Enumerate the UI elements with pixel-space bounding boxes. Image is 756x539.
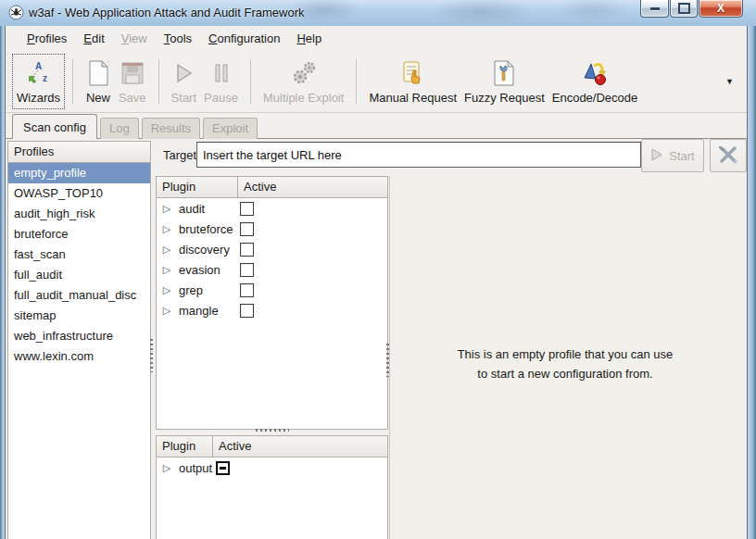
toolbar-separator	[356, 59, 357, 104]
active-header-label: Active	[244, 177, 276, 197]
wizards-label: Wizards	[17, 91, 60, 105]
column-divider[interactable]	[212, 436, 213, 457]
profile-description-panel: This is an empty profile that you can us…	[389, 176, 740, 539]
plugin-row-mangle[interactable]: ▷ mangle	[157, 300, 387, 320]
start-play-icon	[171, 58, 195, 88]
column-divider[interactable]	[237, 177, 238, 197]
output-tree-panel: Plugin Active ▷ output	[156, 435, 388, 539]
toolbar-separator	[158, 59, 159, 104]
profiles-panel: Profiles empty_profile OWASP_TOP10 audit…	[7, 141, 151, 539]
profile-row-audit-high-risk[interactable]: audit_high_risk	[8, 204, 150, 224]
profiles-paned-handle[interactable]	[150, 339, 153, 372]
expander-triangle-icon[interactable]: ▷	[161, 264, 172, 275]
wizards-button[interactable]: A z Wizards	[13, 55, 64, 108]
grep-active-checkbox[interactable]	[240, 283, 254, 297]
pause-button: Pause	[200, 55, 242, 108]
profile-row-full-audit-manual-disc[interactable]: full_audit_manual_disc	[8, 285, 150, 306]
manual-request-button[interactable]: Manual Request	[365, 55, 460, 108]
tab-results: Results	[142, 118, 200, 139]
plugin-row-bruteforce[interactable]: ▷ bruteforce	[157, 219, 387, 239]
save-label: Save	[119, 91, 146, 105]
expander-triangle-icon[interactable]: ▷	[161, 462, 172, 473]
plugin-row-grep[interactable]: ▷ grep	[157, 280, 387, 300]
evasion-active-checkbox[interactable]	[240, 263, 254, 277]
profile-row-sitemap[interactable]: sitemap	[8, 306, 150, 326]
svg-text:A: A	[35, 61, 42, 71]
scan-config-page: Profiles empty_profile OWASP_TOP10 audit…	[6, 138, 747, 539]
close-button[interactable]: X	[699, 0, 743, 18]
start-button-toolbar: Start	[168, 55, 200, 108]
plugin-row-evasion[interactable]: ▷ evasion	[157, 259, 387, 280]
restore-button[interactable]	[670, 0, 698, 18]
description-line-2: to start a new configuration from.	[390, 364, 740, 383]
plugin-row-discovery[interactable]: ▷ discovery	[157, 239, 387, 259]
profile-row-fast-scan[interactable]: fast_scan	[8, 244, 150, 265]
start-play-small-icon	[650, 148, 663, 164]
expander-triangle-icon[interactable]: ▷	[161, 203, 172, 214]
new-document-icon	[85, 58, 111, 88]
menu-profiles[interactable]: Profiles	[19, 28, 75, 49]
encode-decode-icon	[581, 58, 609, 88]
window-controls: X	[639, 0, 743, 18]
toolbar-overflow-arrow-icon[interactable]: ▼	[725, 77, 734, 86]
multiple-exploit-label: Multiple Exploit	[263, 91, 344, 105]
profile-row-bruteforce[interactable]: bruteforce	[8, 224, 150, 244]
close-icon: X	[717, 3, 724, 14]
mangle-active-checkbox[interactable]	[240, 304, 254, 318]
bruteforce-active-checkbox[interactable]	[240, 222, 254, 236]
fuzzy-request-button[interactable]: Fuzzy Request	[460, 55, 548, 108]
menu-view: View	[113, 28, 156, 49]
output-paned-handle[interactable]	[256, 429, 289, 432]
menu-configuration[interactable]: Configuration	[200, 28, 288, 49]
plugin-row-output[interactable]: ▷ output	[157, 458, 387, 478]
discovery-active-checkbox[interactable]	[240, 243, 254, 257]
target-url-input[interactable]	[196, 142, 641, 168]
profiles-column-header[interactable]: Profiles	[8, 142, 150, 163]
new-button[interactable]: New	[82, 55, 115, 108]
target-start-button: Start	[641, 139, 704, 172]
save-floppy-icon	[120, 58, 145, 88]
profile-description: This is an empty profile that you can us…	[390, 345, 740, 383]
minimize-button[interactable]	[640, 0, 669, 18]
title-bar: w3af - Web Application Attack and Audit …	[0, 0, 756, 27]
profile-row-owasp-top10[interactable]: OWASP_TOP10	[8, 183, 150, 204]
manual-request-icon	[399, 58, 427, 88]
toolbar-separator	[72, 59, 73, 104]
tab-exploit: Exploit	[203, 118, 258, 139]
profile-row-web-infrastructure[interactable]: web_infrastructure	[8, 326, 150, 346]
scan-settings-button[interactable]	[710, 139, 747, 172]
target-label: Target:	[163, 148, 200, 162]
plugin-header-label: Plugin	[162, 180, 195, 194]
menu-edit[interactable]: Edit	[75, 28, 112, 49]
w3af-app-icon[interactable]	[8, 5, 24, 20]
expander-triangle-icon[interactable]: ▷	[161, 223, 172, 234]
plugin-tree-panel: Plugin Active ▷ audit ▷ bruteforce ▷ dis…	[156, 176, 388, 430]
fuzzy-request-label: Fuzzy Request	[464, 91, 545, 105]
menu-bar: Profiles Edit View Tools Configuration H…	[6, 26, 747, 51]
profile-row-www-lexin-com[interactable]: www.lexin.com	[8, 346, 150, 367]
tab-scan-config[interactable]: Scan config	[12, 114, 97, 139]
profiles-list: empty_profile OWASP_TOP10 audit_high_ris…	[8, 163, 150, 539]
output-plugin-column-header[interactable]: Plugin Active	[157, 436, 387, 458]
menu-tools[interactable]: Tools	[156, 28, 200, 49]
start-label: Start	[171, 91, 196, 105]
expander-triangle-icon[interactable]: ▷	[161, 284, 172, 295]
encode-decode-button[interactable]: Encode/Decode	[548, 55, 642, 108]
plugin-column-header[interactable]: Plugin Active	[157, 177, 387, 198]
audit-active-checkbox[interactable]	[240, 202, 254, 216]
expander-triangle-icon[interactable]: ▷	[161, 244, 172, 255]
expander-triangle-icon[interactable]: ▷	[161, 305, 172, 316]
menu-help[interactable]: Help	[288, 28, 330, 49]
scan-config-tools-icon	[717, 144, 739, 169]
profile-row-empty-profile[interactable]: empty_profile	[8, 163, 150, 183]
profile-row-full-audit[interactable]: full_audit	[8, 265, 150, 285]
wizard-icon: A z	[24, 58, 52, 88]
new-label: New	[86, 91, 110, 105]
output-active-checkbox[interactable]	[216, 461, 230, 475]
plugin-row-audit[interactable]: ▷ audit	[157, 198, 387, 219]
encode-decode-label: Encode/Decode	[552, 91, 638, 105]
window-title: w3af - Web Application Attack and Audit …	[29, 6, 304, 19]
pause-label: Pause	[204, 91, 238, 105]
output-tree-rows: ▷ output	[157, 458, 387, 539]
save-button: Save	[115, 55, 150, 108]
